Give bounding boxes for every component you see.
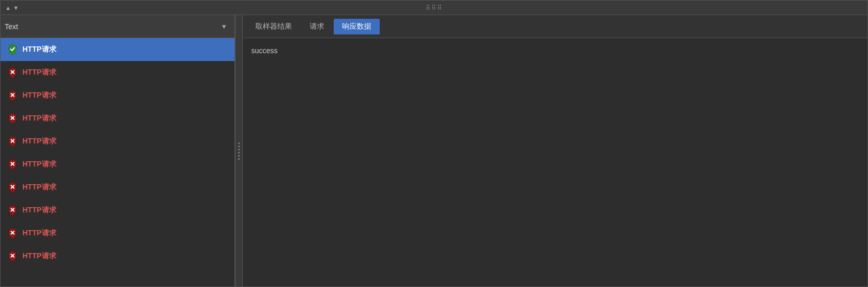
list-item[interactable]: HTTP请求 [1, 222, 234, 245]
list-item[interactable]: HTTP请求 [1, 130, 234, 153]
list-item[interactable]: HTTP请求 [1, 84, 234, 107]
search-dropdown-button[interactable]: ▼ [218, 22, 230, 31]
tab-request[interactable]: 请求 [301, 19, 333, 34]
right-panel: 取样器结果请求响应数据 success [243, 15, 867, 286]
resize-dot [238, 152, 240, 153]
error-icon [7, 204, 18, 217]
title-bar: ▲ ▼ ⠿⠿⠿ [1, 1, 867, 15]
resize-dot [238, 155, 240, 157]
error-icon [7, 250, 18, 263]
resize-dot [238, 142, 240, 144]
error-icon [7, 181, 18, 194]
list-item[interactable]: HTTP请求 [1, 199, 234, 222]
list-item-label: HTTP请求 [22, 45, 56, 54]
error-icon [7, 112, 18, 125]
left-panel: ▼ HTTP请求 HTTP请求 HTTP请求 [1, 15, 236, 286]
list-item[interactable]: HTTP请求 [1, 245, 234, 268]
resize-dot [238, 158, 240, 160]
response-text: success [251, 46, 278, 55]
arrow-up-icon[interactable]: ▲ [5, 5, 11, 11]
error-icon [7, 89, 18, 102]
tab-response[interactable]: 响应数据 [334, 19, 380, 34]
list-item-label: HTTP请求 [22, 114, 56, 123]
drag-handle-icon: ⠿⠿⠿ [426, 4, 443, 11]
list-item-label: HTTP请求 [22, 91, 56, 100]
list-item[interactable]: HTTP请求 [1, 61, 234, 84]
resize-handle[interactable] [236, 15, 243, 286]
error-icon [7, 66, 18, 79]
list-item-label: HTTP请求 [22, 183, 56, 192]
list-item-label: HTTP请求 [22, 206, 56, 215]
search-input[interactable] [5, 22, 218, 31]
list-item[interactable]: HTTP请求 [1, 107, 234, 130]
list-item-label: HTTP请求 [22, 160, 56, 169]
window-controls: ▲ ▼ [5, 5, 19, 11]
list-item[interactable]: HTTP请求 [1, 38, 234, 61]
list-item-label: HTTP请求 [22, 229, 56, 238]
list-item[interactable]: HTTP请求 [1, 153, 234, 176]
list-item-label: HTTP请求 [22, 68, 56, 77]
arrow-down-icon[interactable]: ▼ [13, 5, 19, 11]
content-area: success [243, 38, 867, 286]
request-list: HTTP请求 HTTP请求 HTTP请求 HTTP请求 [1, 38, 234, 286]
search-bar: ▼ [1, 15, 234, 38]
list-item-label: HTTP请求 [22, 252, 56, 261]
tab-sampler[interactable]: 取样器结果 [247, 19, 300, 34]
resize-dots [238, 142, 240, 160]
resize-dot [238, 149, 240, 150]
error-icon [7, 135, 18, 148]
error-icon [7, 227, 18, 240]
main-content: ▼ HTTP请求 HTTP请求 HTTP请求 [1, 15, 867, 286]
tabs-bar: 取样器结果请求响应数据 [243, 15, 867, 38]
main-window: ▲ ▼ ⠿⠿⠿ ▼ HTTP请求 [0, 0, 868, 287]
resize-dot [238, 146, 240, 147]
success-icon [7, 43, 18, 56]
list-item-label: HTTP请求 [22, 137, 56, 146]
list-item[interactable]: HTTP请求 [1, 176, 234, 199]
error-icon [7, 158, 18, 171]
